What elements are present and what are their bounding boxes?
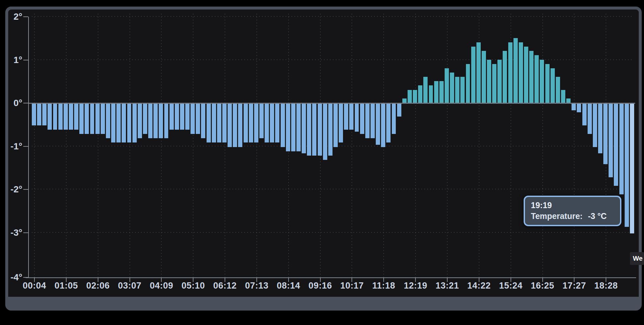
temperature-bar[interactable] [524, 47, 528, 103]
temperature-bar[interactable] [503, 51, 507, 103]
temperature-bar[interactable] [545, 64, 550, 103]
temperature-bar[interactable] [85, 104, 89, 134]
temperature-bar[interactable] [371, 104, 375, 138]
temperature-bar[interactable] [217, 104, 221, 142]
temperature-bar[interactable] [397, 104, 401, 117]
temperature-bar[interactable] [153, 104, 158, 138]
temperature-bar[interactable] [196, 104, 200, 134]
temperature-bar[interactable] [259, 104, 264, 138]
temperature-bar[interactable] [79, 104, 84, 134]
temperature-bar[interactable] [566, 98, 571, 103]
temperature-bar[interactable] [439, 81, 444, 103]
temperature-bar[interactable] [191, 104, 195, 134]
temperature-bar[interactable] [349, 104, 353, 130]
temperature-bar[interactable] [561, 90, 565, 103]
temperature-bar[interactable] [170, 104, 174, 130]
temperature-bar[interactable] [58, 104, 63, 130]
temperature-bar[interactable] [577, 104, 581, 112]
temperature-bar[interactable] [381, 104, 385, 147]
temperature-bar[interactable] [487, 60, 491, 103]
temperature-bar[interactable] [180, 104, 184, 130]
temperature-bar[interactable] [159, 104, 163, 138]
temperature-bar[interactable] [101, 104, 105, 134]
temperature-bar[interactable] [212, 104, 216, 142]
temperature-bar[interactable] [228, 104, 232, 147]
temperature-bar[interactable] [434, 81, 438, 103]
temperature-bar[interactable] [630, 104, 634, 233]
temperature-bar[interactable] [344, 104, 348, 130]
temperature-bar[interactable] [53, 104, 57, 130]
temperature-bar[interactable] [556, 77, 560, 103]
temperature-bar[interactable] [48, 104, 52, 130]
temperature-bar[interactable] [122, 104, 126, 142]
temperature-bar[interactable] [69, 104, 73, 130]
temperature-bar[interactable] [619, 104, 624, 194]
temperature-bar[interactable] [281, 104, 285, 147]
temperature-bar[interactable] [302, 104, 306, 153]
temperature-bar[interactable] [423, 77, 428, 103]
temperature-bar[interactable] [254, 104, 258, 142]
temperature-bar[interactable] [466, 64, 470, 103]
temperature-bar[interactable] [185, 104, 190, 130]
temperature-bar[interactable] [497, 60, 502, 103]
temperature-bar[interactable] [482, 51, 486, 103]
temperature-bar[interactable] [238, 104, 242, 147]
temperature-bar[interactable] [244, 104, 248, 142]
temperature-bar[interactable] [588, 104, 592, 134]
temperature-bar[interactable] [307, 104, 311, 156]
temperature-bar[interactable] [233, 104, 237, 147]
temperature-bar[interactable] [270, 104, 274, 142]
temperature-bar[interactable] [609, 104, 613, 177]
temperature-bar[interactable] [111, 104, 115, 142]
temperature-bar[interactable] [429, 85, 433, 103]
temperature-bar[interactable] [116, 104, 121, 142]
temperature-bar[interactable] [386, 104, 391, 142]
temperature-bar[interactable] [175, 104, 179, 130]
temperature-bar[interactable] [127, 104, 131, 142]
temperature-bar[interactable] [598, 104, 602, 153]
temperature-bar[interactable] [37, 104, 41, 125]
temperature-bar[interactable] [42, 104, 47, 125]
temperature-bar[interactable] [333, 104, 338, 147]
temperature-bar[interactable] [529, 51, 533, 103]
temperature-bar[interactable] [291, 104, 295, 151]
temperature-bar[interactable] [614, 104, 618, 186]
temperature-bar[interactable] [471, 47, 475, 103]
temperature-bar[interactable] [64, 104, 68, 130]
temperature-bar[interactable] [455, 77, 459, 103]
temperature-bar[interactable] [408, 90, 412, 103]
temperature-bar[interactable] [355, 104, 359, 132]
temperature-bar[interactable] [582, 104, 587, 125]
temperature-bar[interactable] [164, 104, 169, 138]
temperature-bar[interactable] [201, 104, 205, 138]
temperature-bar[interactable] [318, 104, 322, 156]
temperature-bar[interactable] [296, 104, 301, 151]
temperature-bar[interactable] [95, 104, 100, 134]
temperature-bar[interactable] [476, 42, 481, 103]
temperature-bar[interactable] [360, 104, 364, 134]
temperature-bar[interactable] [392, 104, 396, 134]
temperature-bar[interactable] [249, 104, 253, 142]
temperature-bar[interactable] [519, 42, 523, 103]
temperature-bar[interactable] [402, 98, 407, 103]
temperature-bar[interactable] [106, 104, 110, 138]
temperature-bar[interactable] [450, 73, 454, 103]
temperature-bar[interactable] [593, 104, 597, 147]
temperature-bar[interactable] [74, 104, 78, 130]
temperature-bar[interactable] [222, 104, 227, 142]
temperature-bar[interactable] [460, 77, 465, 103]
temperature-bar[interactable] [312, 104, 316, 156]
temperature-bar[interactable] [328, 104, 332, 156]
temperature-bar[interactable] [513, 38, 518, 103]
temperature-bar[interactable] [445, 68, 449, 103]
temperature-bar[interactable] [138, 104, 142, 138]
temperature-bar[interactable] [90, 104, 94, 134]
temperature-bar[interactable] [603, 104, 608, 164]
temperature-bar[interactable] [265, 104, 269, 142]
temperature-bar[interactable] [286, 104, 290, 151]
temperature-bar[interactable] [534, 55, 539, 103]
temperature-bar[interactable] [339, 104, 343, 142]
temperature-bar[interactable] [143, 104, 147, 134]
temperature-bar[interactable] [32, 104, 36, 125]
temperature-bar[interactable] [492, 64, 496, 103]
